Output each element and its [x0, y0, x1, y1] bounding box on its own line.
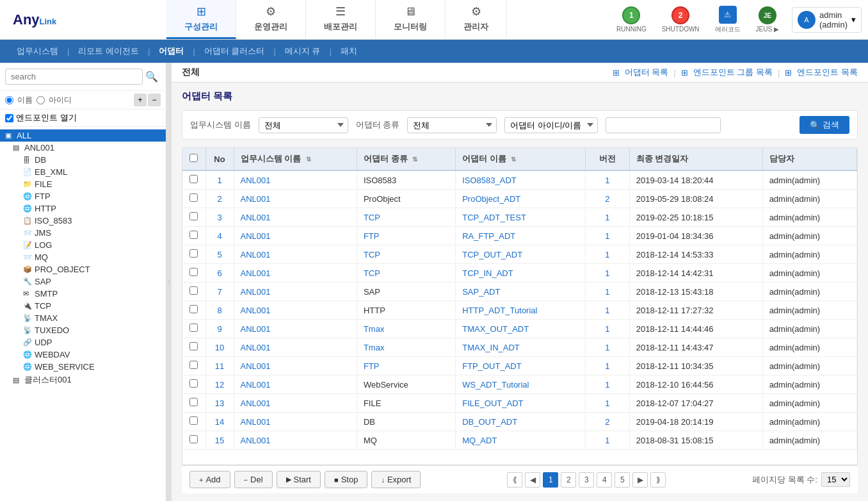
row-no-8[interactable]: 8 [205, 301, 234, 320]
row-system-13[interactable]: ANL001 [234, 394, 357, 413]
row-version-10[interactable]: 1 [585, 338, 629, 357]
last-page-button[interactable]: ⟫ [650, 472, 666, 488]
adapter-search-input[interactable] [606, 117, 721, 133]
admin-area[interactable]: A admin (admin) ▾ [792, 7, 862, 33]
row-type-13[interactable]: FILE [357, 394, 455, 413]
row-version-1[interactable]: 1 [585, 170, 629, 190]
row-name-2[interactable]: ProObject_ADT [456, 190, 586, 208]
breadcrumb-endpoint-list[interactable]: 엔드포인트 목록 [797, 67, 858, 78]
row-name-8[interactable]: HTTP_ADT_Tutorial [456, 301, 586, 320]
tree-item-log[interactable]: 📝 LOG [0, 239, 166, 251]
row-checkbox-4[interactable] [189, 231, 198, 239]
subnav-item-remote[interactable]: 리모트 에이전트 [72, 43, 145, 60]
del-button[interactable]: − Del [234, 471, 273, 488]
row-version-14[interactable]: 2 [585, 413, 629, 431]
row-version-6[interactable]: 1 [585, 264, 629, 283]
tree-item-jms[interactable]: 📨 JMS [0, 227, 166, 239]
adapter-search-button[interactable]: 🔍 검색 [800, 116, 849, 134]
row-system-8[interactable]: ANL001 [234, 301, 357, 320]
row-checkbox-12[interactable] [189, 379, 198, 388]
row-no-2[interactable]: 2 [205, 190, 234, 208]
row-system-12[interactable]: ANL001 [234, 375, 357, 394]
row-type-4[interactable]: FTP [357, 227, 455, 245]
row-no-7[interactable]: 7 [205, 283, 234, 301]
endpoint-checkbox[interactable] [5, 114, 13, 122]
row-version-2[interactable]: 2 [585, 190, 629, 208]
row-name-14[interactable]: DB_OUT_ADT [456, 413, 586, 431]
tree-item-eb-xml[interactable]: 📄 EB_XML [0, 166, 166, 178]
select-all-checkbox[interactable] [189, 154, 198, 162]
row-no-13[interactable]: 13 [205, 394, 234, 413]
row-system-4[interactable]: ANL001 [234, 227, 357, 245]
radio-id[interactable] [36, 96, 45, 104]
tree-item-cluster001[interactable]: ▤ 클러스터001 [0, 373, 166, 387]
running-status[interactable]: 1 RUNNING [611, 4, 652, 35]
page-1-button[interactable]: 1 [543, 472, 558, 488]
row-system-15[interactable]: ANL001 [234, 431, 357, 450]
breadcrumb-adapter-list[interactable]: 어댑터 목록 [625, 67, 669, 78]
row-no-14[interactable]: 14 [205, 413, 234, 431]
tree-item-anl001[interactable]: ▤ ANL001 [0, 142, 166, 154]
row-version-3[interactable]: 1 [585, 208, 629, 227]
stop-button[interactable]: ■ Stop [325, 471, 367, 488]
add-button[interactable]: + Add [189, 471, 230, 488]
tree-item-file[interactable]: 📁 FILE [0, 178, 166, 190]
row-type-14[interactable]: DB [357, 413, 455, 431]
tree-item-smtp[interactable]: ✉ SMTP [0, 288, 166, 300]
tree-item-ftp[interactable]: 🌐 FTP [0, 190, 166, 202]
row-system-11[interactable]: ANL001 [234, 357, 357, 375]
row-checkbox-15[interactable] [189, 435, 198, 443]
tree-item-web-service[interactable]: 🌐 WEB_SERVICE [0, 361, 166, 373]
row-name-13[interactable]: FILE_OUT_ADT [456, 394, 586, 413]
row-version-8[interactable]: 1 [585, 301, 629, 320]
export-button[interactable]: ↓ Export [371, 471, 421, 488]
add-item-button[interactable]: + [134, 94, 147, 106]
row-name-3[interactable]: TCP_ADT_TEST [456, 208, 586, 227]
row-name-1[interactable]: ISO8583_ADT [456, 170, 586, 190]
shutdown-status[interactable]: 2 SHUTDOWN [657, 4, 705, 35]
row-version-13[interactable]: 1 [585, 394, 629, 413]
row-name-10[interactable]: TMAX_IN_ADT [456, 338, 586, 357]
resize-handle[interactable]: ⋮ [166, 63, 172, 501]
row-system-2[interactable]: ANL001 [234, 190, 357, 208]
row-type-2[interactable]: ProObject [357, 190, 455, 208]
row-name-9[interactable]: TMAX_OUT_ADT [456, 320, 586, 338]
subnav-item-patch[interactable]: 패치 [334, 43, 364, 60]
row-version-11[interactable]: 1 [585, 357, 629, 375]
row-checkbox-5[interactable] [189, 249, 198, 258]
row-system-10[interactable]: ANL001 [234, 338, 357, 357]
row-version-15[interactable]: 1 [585, 431, 629, 450]
row-name-12[interactable]: WS_ADT_Tutorial [456, 375, 586, 394]
row-checkbox-1[interactable] [189, 175, 198, 183]
remove-item-button[interactable]: − [148, 94, 161, 106]
start-button[interactable]: ▶ Start [277, 471, 321, 488]
first-page-button[interactable]: ⟪ [507, 472, 522, 488]
subnav-item-adapter[interactable]: 어댑터 [152, 43, 190, 60]
error-badge[interactable]: ⚠ 에러코드 [710, 3, 746, 37]
row-type-15[interactable]: MQ [357, 431, 455, 450]
row-type-10[interactable]: Tmax [357, 338, 455, 357]
row-type-1[interactable]: ISO8583 [357, 170, 455, 190]
row-checkbox-7[interactable] [189, 286, 198, 295]
row-checkbox-2[interactable] [189, 193, 198, 202]
breadcrumb-endpoint-group[interactable]: 엔드포인트 그룹 목록 [693, 67, 773, 78]
tab-config[interactable]: ⊞ 구성관리 [166, 0, 236, 39]
row-name-11[interactable]: FTP_OUT_ADT [456, 357, 586, 375]
tree-item-pro-object[interactable]: 📦 PRO_OBJECT [0, 263, 166, 275]
tab-deploy[interactable]: ☰ 배포관리 [306, 0, 376, 39]
row-no-10[interactable]: 10 [205, 338, 234, 357]
row-type-8[interactable]: HTTP [357, 301, 455, 320]
row-system-1[interactable]: ANL001 [234, 170, 357, 190]
page-4-button[interactable]: 4 [597, 472, 612, 488]
search-field-select[interactable]: 어댑터 아이디/이름 [504, 117, 598, 133]
row-system-9[interactable]: ANL001 [234, 320, 357, 338]
type-filter-select[interactable]: 전체 [407, 117, 497, 133]
tree-item-iso8583[interactable]: 📋 ISO_8583 [0, 215, 166, 227]
row-no-9[interactable]: 9 [205, 320, 234, 338]
subnav-item-msgqueue[interactable]: 메시지 큐 [278, 43, 327, 60]
row-checkbox-13[interactable] [189, 398, 198, 406]
tree-item-tuxedo[interactable]: 📡 TUXEDO [0, 324, 166, 336]
row-checkbox-3[interactable] [189, 212, 198, 220]
jeus-badge[interactable]: JE JEUS ▶ [751, 4, 784, 35]
row-version-4[interactable]: 1 [585, 227, 629, 245]
